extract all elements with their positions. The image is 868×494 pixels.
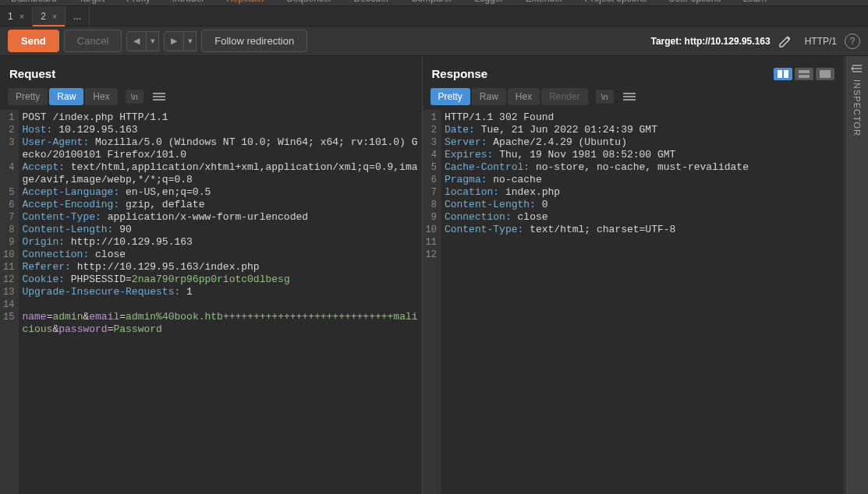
svg-rect-4: [820, 70, 831, 78]
tab-...[interactable]: ...: [66, 6, 90, 26]
menu-icon[interactable]: [153, 93, 165, 101]
subtab-raw[interactable]: Raw: [472, 88, 506, 105]
code-line[interactable]: Accept-Encoding: gzip, deflate: [22, 199, 418, 211]
layout-rows-icon[interactable]: [795, 68, 813, 80]
layout-columns-icon[interactable]: [774, 68, 792, 80]
code-line[interactable]: location: index.php: [445, 186, 841, 199]
nav-target[interactable]: Target: [68, 0, 115, 5]
code-line[interactable]: Connection: close: [445, 211, 841, 224]
code-line[interactable]: Origin: http://10.129.95.163: [22, 236, 418, 249]
history-back-dropdown[interactable]: ▾: [147, 31, 159, 51]
tab-1[interactable]: 1×: [0, 6, 33, 26]
request-code[interactable]: POST /index.php HTTP/1.1Host: 10.129.95.…: [19, 110, 421, 494]
code-line[interactable]: [22, 298, 418, 311]
nav-intruder[interactable]: Intruder: [161, 0, 215, 5]
history-forward-dropdown[interactable]: ▾: [184, 31, 197, 51]
cancel-button[interactable]: Cancel: [64, 30, 122, 52]
nav-sequencer[interactable]: Sequencer: [276, 0, 343, 5]
code-line[interactable]: name=admin&email=admin%40book.htb+++++++…: [22, 311, 418, 336]
response-code[interactable]: HTTP/1.1 302 FoundDate: Tue, 21 Jun 2022…: [441, 110, 844, 494]
response-pane: Response PrettyRawHexRender\n 1234567891…: [423, 56, 845, 494]
history-forward-button[interactable]: ▶: [164, 31, 184, 51]
svg-rect-0: [778, 70, 782, 78]
newline-toggle[interactable]: \n: [126, 90, 143, 104]
request-editor[interactable]: 123 4 56789101112131415 POST /index.php …: [0, 110, 422, 494]
help-icon[interactable]: ?: [845, 34, 860, 49]
request-gutter: 123 4 56789101112131415: [0, 110, 19, 494]
close-icon[interactable]: ×: [19, 12, 24, 21]
response-title: Response: [432, 67, 488, 80]
code-line[interactable]: Content-Type: text/html; charset=UTF-8: [445, 224, 841, 236]
history-back-group: ◀ ▾: [126, 31, 159, 51]
request-subtabs: PrettyRawHex\n: [0, 88, 422, 110]
code-line[interactable]: Pragma: no-cache: [445, 174, 841, 186]
code-line[interactable]: [445, 249, 841, 261]
subtab-raw[interactable]: Raw: [49, 88, 83, 105]
subtab-hex[interactable]: Hex: [85, 88, 117, 105]
subtab-pretty[interactable]: Pretty: [8, 88, 48, 105]
response-editor[interactable]: 123456789101112 HTTP/1.1 302 FoundDate: …: [423, 110, 845, 494]
code-line[interactable]: Server: Apache/2.4.29 (Ubuntu): [445, 136, 841, 149]
nav-dashboard[interactable]: Dashboard: [0, 0, 68, 5]
code-line[interactable]: POST /index.php HTTP/1.1: [22, 111, 418, 124]
code-line[interactable]: Date: Tue, 21 Jun 2022 01:24:39 GMT: [445, 124, 841, 136]
code-line[interactable]: Cache-Control: no-store, no-cache, must-…: [445, 161, 841, 174]
nav-project-options[interactable]: Project options: [574, 0, 657, 5]
sidebar-toggle-icon[interactable]: [851, 64, 863, 73]
svg-rect-3: [799, 75, 810, 78]
svg-rect-2: [799, 70, 810, 73]
code-line[interactable]: Content-Type: application/x-www-form-url…: [22, 211, 418, 224]
inspector-sidebar[interactable]: INSPECTOR: [845, 56, 868, 494]
request-title: Request: [9, 67, 55, 80]
nav-proxy[interactable]: Proxy: [115, 0, 161, 5]
history-forward-group: ▶ ▾: [164, 31, 197, 51]
code-line[interactable]: [445, 236, 841, 249]
close-icon[interactable]: ×: [52, 12, 57, 21]
code-line[interactable]: Cookie: PHPSESSID=2naa790rp96pp0riotc0dl…: [22, 273, 418, 286]
code-line[interactable]: Host: 10.129.95.163: [22, 124, 418, 136]
toolbar: Send Cancel ◀ ▾ ▶ ▾ Follow redirection T…: [0, 26, 868, 56]
edit-target-icon[interactable]: [778, 34, 792, 48]
code-line[interactable]: User-Agent: Mozilla/5.0 (Windows NT 10.0…: [22, 136, 418, 161]
history-back-button[interactable]: ◀: [126, 31, 147, 51]
repeater-tabs: 1×2×...: [0, 6, 868, 26]
newline-toggle[interactable]: \n: [596, 90, 614, 104]
nav-learn[interactable]: Learn: [732, 0, 778, 5]
tab-2[interactable]: 2×: [33, 6, 66, 26]
subtab-render[interactable]: Render: [541, 88, 587, 105]
response-subtabs: PrettyRawHexRender\n: [423, 88, 845, 110]
nav-repeater[interactable]: Repeater: [215, 0, 275, 5]
layout-tabs-icon[interactable]: [816, 68, 834, 80]
code-line[interactable]: Accept: text/html,application/xhtml+xml,…: [22, 161, 418, 186]
svg-rect-1: [784, 70, 788, 78]
nav-decoder[interactable]: Decoder: [343, 0, 400, 5]
http-version-label[interactable]: HTTP/1: [805, 36, 837, 47]
top-nav: DashboardTargetProxyIntruderRepeaterSequ…: [0, 0, 868, 6]
layout-buttons: [774, 68, 834, 80]
code-line[interactable]: Expires: Thu, 19 Nov 1981 08:52:00 GMT: [445, 149, 841, 161]
code-line[interactable]: Accept-Language: en-US,en;q=0.5: [22, 186, 418, 199]
response-gutter: 123456789101112: [423, 110, 441, 494]
code-line[interactable]: Content-Length: 90: [22, 224, 418, 236]
menu-icon[interactable]: [623, 93, 636, 101]
nav-logger[interactable]: Logger: [463, 0, 514, 5]
nav-comparer[interactable]: Comparer: [400, 0, 463, 5]
code-line[interactable]: HTTP/1.1 302 Found: [445, 111, 841, 124]
code-line[interactable]: Referer: http://10.129.95.163/index.php: [22, 261, 418, 273]
nav-extender[interactable]: Extender: [515, 0, 574, 5]
code-line[interactable]: Connection: close: [22, 249, 418, 261]
nav-user-options[interactable]: User options: [657, 0, 732, 5]
subtab-pretty[interactable]: Pretty: [430, 88, 470, 105]
inspector-label: INSPECTOR: [852, 79, 862, 136]
send-button[interactable]: Send: [8, 30, 59, 52]
subtab-hex[interactable]: Hex: [508, 88, 540, 105]
request-pane: Request PrettyRawHex\n 123 4 56789101112…: [0, 56, 423, 494]
target-label: Target: http://10.129.95.163: [650, 36, 770, 47]
code-line[interactable]: Upgrade-Insecure-Requests: 1: [22, 286, 418, 298]
code-line[interactable]: Content-Length: 0: [445, 199, 841, 211]
follow-redirection-button[interactable]: Follow redirection: [201, 30, 307, 52]
main-area: Request PrettyRawHex\n 123 4 56789101112…: [0, 56, 868, 494]
